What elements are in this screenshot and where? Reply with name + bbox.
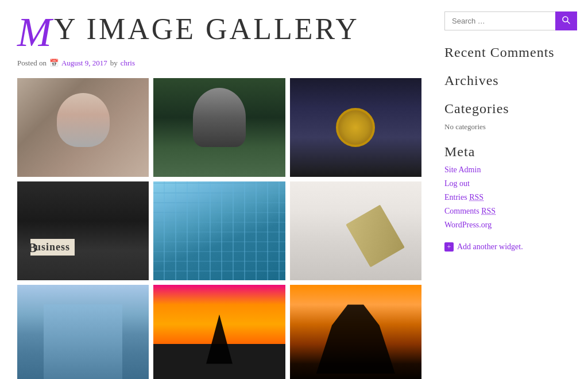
gallery-item[interactable] bbox=[290, 285, 421, 379]
plus-icon: + bbox=[444, 242, 454, 252]
title-big-letter: M bbox=[17, 9, 54, 55]
comments-rss-link[interactable]: Comments RSS bbox=[444, 207, 571, 216]
log-out-link[interactable]: Log out bbox=[444, 179, 571, 188]
archives-title: Archives bbox=[444, 73, 571, 88]
calendar-icon: 📅 bbox=[49, 59, 59, 68]
main-content: My Image Gallery Posted on 📅 August 9, 2… bbox=[17, 11, 421, 379]
gallery-item[interactable] bbox=[153, 181, 285, 280]
svg-line-1 bbox=[567, 21, 570, 24]
entries-rss-link[interactable]: Entries RSS bbox=[444, 193, 571, 202]
gallery-item[interactable] bbox=[17, 78, 149, 177]
search-button[interactable] bbox=[555, 11, 577, 30]
gallery-item[interactable] bbox=[17, 181, 149, 280]
gallery-item[interactable] bbox=[290, 78, 421, 177]
site-title: My Image Gallery bbox=[17, 11, 421, 53]
post-meta: Posted on 📅 August 9, 2017 by chris bbox=[17, 59, 421, 68]
add-widget-label: Add another widget. bbox=[457, 242, 523, 252]
gallery-item[interactable] bbox=[17, 285, 149, 379]
wordpress-org-link[interactable]: WordPress.org bbox=[444, 221, 571, 230]
categories-title: Categories bbox=[444, 101, 571, 117]
gallery-grid bbox=[17, 78, 421, 379]
no-categories-text: No categories bbox=[444, 122, 571, 132]
sidebar-section-meta: Meta Site Admin Log out Entries RSS Comm… bbox=[444, 144, 571, 230]
gallery-item[interactable] bbox=[153, 285, 285, 379]
sidebar-section-archives: Archives bbox=[444, 73, 571, 88]
add-widget-button[interactable]: + Add another widget. bbox=[444, 242, 571, 252]
gallery-item[interactable] bbox=[153, 78, 285, 177]
sidebar-section-recent-comments: Recent Comments bbox=[444, 45, 571, 60]
sidebar: Recent Comments Archives Categories No c… bbox=[444, 11, 571, 379]
by-label: by bbox=[110, 59, 118, 68]
meta-title: Meta bbox=[444, 144, 571, 160]
site-admin-link[interactable]: Site Admin bbox=[444, 165, 571, 175]
author-link[interactable]: chris bbox=[121, 59, 135, 68]
page-wrapper: My Image Gallery Posted on 📅 August 9, 2… bbox=[0, 0, 588, 379]
search-input[interactable] bbox=[444, 11, 555, 30]
sidebar-search bbox=[444, 11, 571, 30]
sidebar-section-categories: Categories No categories bbox=[444, 101, 571, 132]
gallery-item[interactable] bbox=[290, 181, 421, 280]
recent-comments-title: Recent Comments bbox=[444, 45, 571, 60]
post-date-link[interactable]: August 9, 2017 bbox=[61, 59, 107, 68]
posted-on-label: Posted on bbox=[17, 59, 47, 68]
title-text: y Image Gallery bbox=[54, 13, 359, 45]
